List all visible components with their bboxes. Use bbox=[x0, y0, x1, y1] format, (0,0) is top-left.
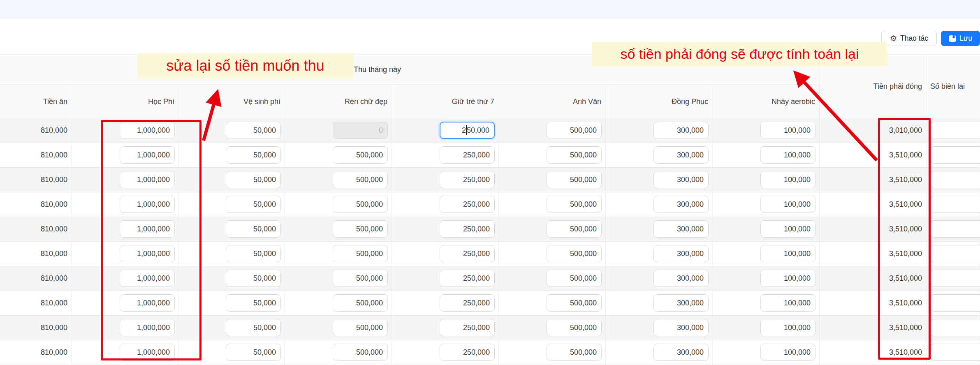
anh-van-input[interactable]: 500,000 bbox=[547, 294, 602, 312]
dong-phuc-input[interactable]: 300,000 bbox=[653, 319, 709, 336]
so-bien-lai-cell bbox=[927, 266, 980, 291]
nhay-aerobic-input[interactable]: 100,000 bbox=[760, 294, 816, 312]
ren-chu-dep-cell: 500,000 bbox=[285, 217, 392, 241]
dong-phuc-cell: 300,000 bbox=[606, 340, 713, 365]
nhay-aerobic-input[interactable]: 100,000 bbox=[760, 196, 816, 213]
giu-tre-cell: 250,000 bbox=[392, 217, 499, 241]
dong-phuc-input[interactable]: 300,000 bbox=[653, 294, 709, 312]
ren-chu-dep-input[interactable]: 500,000 bbox=[333, 146, 388, 164]
ve-sinh-phi-input[interactable]: 50,000 bbox=[226, 122, 281, 139]
ren-chu-dep-input[interactable]: 500,000 bbox=[333, 294, 388, 312]
so-bien-lai-input[interactable] bbox=[930, 196, 980, 213]
giu-tre-input[interactable]: 250,000 bbox=[440, 220, 495, 238]
anh-van-input[interactable]: 500,000 bbox=[547, 196, 602, 213]
save-button[interactable]: Lưu bbox=[941, 31, 980, 46]
anh-van-input[interactable]: 500,000 bbox=[547, 146, 602, 164]
ren-chu-dep-input[interactable]: 500,000 bbox=[333, 245, 388, 262]
so-bien-lai-input[interactable] bbox=[930, 344, 980, 361]
nhay-aerobic-input[interactable]: 100,000 bbox=[760, 270, 816, 287]
ve-sinh-phi-input[interactable]: 50,000 bbox=[226, 146, 281, 164]
ve-sinh-phi-input[interactable]: 50,000 bbox=[226, 319, 281, 336]
top-band bbox=[0, 0, 980, 19]
ve-sinh-phi-input[interactable]: 50,000 bbox=[226, 270, 281, 287]
giu-tre-cell: 250,000 bbox=[392, 266, 499, 291]
column-header-nhay-aerobic: Nhảy aerobic bbox=[713, 85, 820, 118]
anh-van-input[interactable]: 500,000 bbox=[547, 344, 602, 361]
ren-chu-dep-cell: 500,000 bbox=[285, 143, 392, 167]
gear-icon: ⚙ bbox=[890, 35, 897, 42]
giu-tre-input[interactable]: 250,000 bbox=[440, 196, 495, 213]
column-header-ve-sinh-phi: Vệ sinh phí bbox=[179, 85, 285, 118]
dong-phuc-cell: 300,000 bbox=[606, 143, 713, 167]
giu-tre-input[interactable]: 250,000 bbox=[440, 344, 495, 361]
so-bien-lai-input[interactable] bbox=[930, 270, 980, 287]
anh-van-input[interactable]: 500,000 bbox=[547, 220, 602, 238]
giu-tre-input[interactable]: 250,000 bbox=[440, 122, 495, 139]
group-header-label: Thu tháng này bbox=[354, 55, 401, 85]
ve-sinh-phi-input[interactable]: 50,000 bbox=[226, 220, 281, 238]
so-bien-lai-input[interactable] bbox=[930, 122, 980, 139]
ve-sinh-phi-input[interactable]: 50,000 bbox=[226, 344, 281, 361]
giu-tre-input[interactable]: 250,000 bbox=[440, 171, 495, 188]
ren-chu-dep-cell: 500,000 bbox=[285, 168, 392, 192]
ren-chu-dep-cell: 500,000 bbox=[285, 192, 392, 217]
ren-chu-dep-input[interactable]: 500,000 bbox=[333, 344, 388, 361]
ren-chu-dep-input[interactable]: 500,000 bbox=[333, 270, 388, 287]
anh-van-input[interactable]: 500,000 bbox=[547, 319, 602, 336]
column-header-dong-phuc: Đồng Phục bbox=[606, 85, 713, 118]
dong-phuc-input[interactable]: 300,000 bbox=[653, 270, 709, 287]
tien-an-value: 810,000 bbox=[0, 168, 72, 192]
nhay-aerobic-input[interactable]: 100,000 bbox=[760, 344, 816, 361]
giu-tre-input[interactable]: 250,000 bbox=[440, 270, 495, 287]
column-header-anh-van: Anh Văn bbox=[499, 85, 606, 118]
ve-sinh-phi-input[interactable]: 50,000 bbox=[226, 196, 281, 213]
ren-chu-dep-cell: 500,000 bbox=[285, 291, 392, 315]
anh-van-input[interactable]: 500,000 bbox=[547, 245, 602, 262]
anh-van-input[interactable]: 500,000 bbox=[547, 122, 602, 139]
actions-button[interactable]: ⚙ Thao tác bbox=[881, 31, 937, 46]
dong-phuc-input[interactable]: 300,000 bbox=[653, 220, 709, 238]
dong-phuc-input[interactable]: 300,000 bbox=[653, 344, 709, 361]
ren-chu-dep-input[interactable]: 500,000 bbox=[333, 196, 388, 213]
giu-tre-input[interactable]: 250,000 bbox=[440, 319, 495, 336]
anh-van-input[interactable]: 500,000 bbox=[547, 270, 602, 287]
dong-phuc-cell: 300,000 bbox=[606, 217, 713, 241]
giu-tre-input[interactable]: 250,000 bbox=[440, 245, 495, 262]
anh-van-cell: 500,000 bbox=[499, 340, 606, 365]
annotation-rect-tien-phai-dong-column bbox=[878, 118, 931, 360]
so-bien-lai-input[interactable] bbox=[930, 171, 980, 188]
dong-phuc-input[interactable]: 300,000 bbox=[653, 122, 709, 139]
giu-tre-cell: 250,000 bbox=[392, 316, 499, 340]
anh-van-input[interactable]: 500,000 bbox=[547, 171, 602, 188]
so-bien-lai-input[interactable] bbox=[930, 146, 980, 164]
nhay-aerobic-input[interactable]: 100,000 bbox=[760, 220, 816, 238]
nhay-aerobic-input[interactable]: 100,000 bbox=[760, 245, 816, 262]
giu-tre-input[interactable]: 250,000 bbox=[440, 146, 495, 164]
so-bien-lai-input[interactable] bbox=[930, 319, 980, 336]
ren-chu-dep-input[interactable]: 500,000 bbox=[333, 319, 388, 336]
dong-phuc-input[interactable]: 300,000 bbox=[653, 245, 709, 262]
ren-chu-dep-cell: 500,000 bbox=[285, 340, 392, 365]
nhay-aerobic-input[interactable]: 100,000 bbox=[760, 146, 816, 164]
nhay-aerobic-input[interactable]: 100,000 bbox=[760, 171, 816, 188]
giu-tre-cell: 250,000 bbox=[392, 242, 499, 266]
so-bien-lai-input[interactable] bbox=[930, 245, 980, 262]
so-bien-lai-input[interactable] bbox=[930, 220, 980, 238]
ren-chu-dep-input[interactable]: 500,000 bbox=[333, 220, 388, 238]
giu-tre-input[interactable]: 250,000 bbox=[440, 294, 495, 312]
column-header-hoc-phi: Học Phí bbox=[72, 85, 179, 118]
ren-chu-dep-input[interactable]: 0 bbox=[333, 122, 388, 139]
dong-phuc-input[interactable]: 300,000 bbox=[653, 196, 709, 213]
so-bien-lai-input[interactable] bbox=[930, 294, 980, 312]
ve-sinh-phi-input[interactable]: 50,000 bbox=[226, 245, 281, 262]
dong-phuc-input[interactable]: 300,000 bbox=[653, 146, 709, 164]
ren-chu-dep-input[interactable]: 500,000 bbox=[333, 171, 388, 188]
giu-tre-cell: 250,000 bbox=[392, 192, 499, 217]
nhay-aerobic-input[interactable]: 100,000 bbox=[760, 122, 816, 139]
dong-phuc-cell: 300,000 bbox=[606, 192, 713, 217]
ve-sinh-phi-input[interactable]: 50,000 bbox=[226, 294, 281, 312]
dong-phuc-input[interactable]: 300,000 bbox=[653, 171, 709, 188]
tien-an-value: 810,000 bbox=[0, 217, 72, 241]
nhay-aerobic-input[interactable]: 100,000 bbox=[760, 319, 816, 336]
ve-sinh-phi-input[interactable]: 50,000 bbox=[226, 171, 281, 188]
